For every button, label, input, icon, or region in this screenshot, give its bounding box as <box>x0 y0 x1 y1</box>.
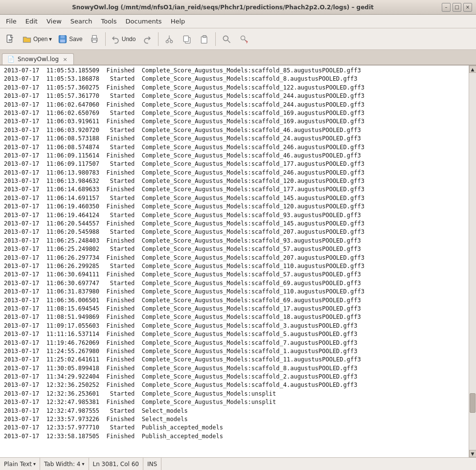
svg-line-12 <box>169 38 171 40</box>
svg-rect-15 <box>184 36 189 42</box>
svg-line-11 <box>167 38 169 40</box>
text-editor[interactable]: 2013-07-17 11:05:53.185509 Finished Comp… <box>0 66 469 457</box>
find-button[interactable] <box>218 31 235 47</box>
menu-item-search[interactable]: Search <box>67 16 96 26</box>
statusbar: Plain Text ▾ Tab Width: 4 ▾ Ln 3081, Col… <box>0 457 476 470</box>
svg-line-19 <box>228 40 230 43</box>
menu-item-edit[interactable]: Edit <box>22 16 42 26</box>
menu-item-help[interactable]: Help <box>167 16 189 26</box>
tab-label: SnowyOwl.log <box>18 56 59 63</box>
file-type-label: Plain Text <box>4 461 32 468</box>
svg-point-10 <box>170 40 173 43</box>
print-button[interactable] <box>86 31 103 47</box>
insert-mode-status: INS <box>143 458 161 470</box>
titlebar: SnowyOwl.log (/mnt/md/nfsO1/ian_reid/seq… <box>0 0 476 15</box>
open-chevron: ▾ <box>49 36 52 43</box>
new-button[interactable] <box>2 31 19 47</box>
tabbar: 📄 SnowyOwl.log × <box>0 50 476 66</box>
maximize-button[interactable]: □ <box>453 3 461 12</box>
position-label: Ln 3081, Col 60 <box>93 461 139 468</box>
svg-rect-7 <box>92 35 96 38</box>
svg-rect-4 <box>61 35 65 38</box>
menubar: FileEditViewSearchToolsDocumentsHelp <box>0 15 476 28</box>
redo-button[interactable] <box>139 31 156 47</box>
editor: 2013-07-17 11:05:53.185509 Finished Comp… <box>0 66 476 457</box>
menu-item-documents[interactable]: Documents <box>122 16 166 26</box>
save-label: Save <box>69 36 82 43</box>
svg-rect-17 <box>203 35 206 37</box>
file-tab[interactable]: 📄 SnowyOwl.log × <box>2 53 74 65</box>
paste-button[interactable] <box>196 31 213 47</box>
file-type-chevron: ▾ <box>33 461 36 467</box>
undo-button[interactable]: Undo <box>108 31 138 47</box>
open-label: Open <box>33 36 47 43</box>
insert-mode-label: INS <box>147 461 157 468</box>
tab-width-status[interactable]: Tab Width: 4 ▾ <box>40 458 89 470</box>
scroll-up-button[interactable]: ▲ <box>469 66 476 73</box>
toolbar: Open ▾ Save Undo <box>0 28 476 50</box>
separator-2 <box>158 32 159 46</box>
separator-1 <box>105 32 106 46</box>
menu-item-tools[interactable]: Tools <box>97 16 120 26</box>
menu-item-view[interactable]: View <box>43 16 66 26</box>
svg-rect-8 <box>92 40 96 42</box>
svg-point-18 <box>224 36 228 41</box>
close-button[interactable]: × <box>463 3 472 12</box>
svg-rect-5 <box>60 39 65 42</box>
tab-icon: 📄 <box>7 56 15 63</box>
scroll-track[interactable] <box>469 73 476 450</box>
undo-label: Undo <box>122 36 136 43</box>
file-type-status[interactable]: Plain Text ▾ <box>4 458 40 470</box>
replace-button[interactable] <box>236 31 252 47</box>
minimize-button[interactable]: – <box>442 3 451 12</box>
tab-width-chevron: ▾ <box>82 461 84 467</box>
tab-close-button[interactable]: × <box>62 56 68 63</box>
content-area: 2013-07-17 11:05:53.185509 Finished Comp… <box>0 66 476 457</box>
position-status: Ln 3081, Col 60 <box>89 458 143 470</box>
titlebar-controls: – □ × <box>442 3 472 12</box>
scrollbar[interactable]: ▲ ▼ <box>469 66 476 457</box>
separator-3 <box>215 32 216 46</box>
tab-width-label: Tab Width: 4 <box>44 461 80 468</box>
copy-button[interactable] <box>179 31 195 47</box>
cut-button[interactable] <box>161 31 178 47</box>
titlebar-title: SnowyOwl.log (/mnt/md/nfsO1/ian_reid/seq… <box>4 4 442 11</box>
svg-point-9 <box>166 40 169 43</box>
scroll-down-button[interactable]: ▼ <box>469 450 476 457</box>
menu-item-file[interactable]: File <box>2 16 21 26</box>
scroll-thumb[interactable] <box>470 393 476 413</box>
open-button[interactable]: Open ▾ <box>20 31 54 47</box>
save-button[interactable]: Save <box>55 31 85 47</box>
svg-point-20 <box>241 36 245 40</box>
